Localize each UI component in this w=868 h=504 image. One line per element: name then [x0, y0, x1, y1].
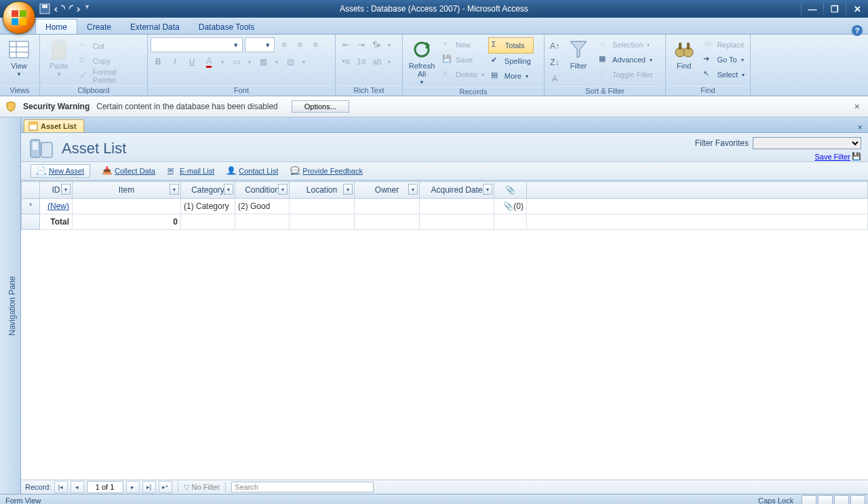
sort-desc-button[interactable]: Z↓ — [547, 55, 562, 70]
datasheet-view-button[interactable] — [818, 495, 833, 504]
more-button[interactable]: ▤More▾ — [488, 69, 534, 83]
alt-row-arrow[interactable]: ▾ — [300, 54, 308, 69]
new-record-button[interactable]: ✦New — [439, 37, 487, 52]
align-center-button[interactable]: ≡ — [292, 37, 307, 52]
toggle-filter-button[interactable]: ▽Toggle Filter — [596, 67, 656, 82]
col-category[interactable]: Category▾ — [181, 182, 235, 199]
format-painter-button[interactable]: 🖌Format Painter — [77, 69, 144, 83]
goto-button[interactable]: ➔Go To▾ — [701, 52, 747, 67]
find-button[interactable]: Find — [669, 37, 699, 71]
gridlines-button[interactable]: ▦ — [256, 54, 271, 69]
form-view-button[interactable] — [802, 495, 816, 504]
tab-database-tools[interactable]: Database Tools — [189, 20, 264, 34]
chevron-down-icon[interactable]: ▾ — [61, 184, 71, 195]
cell-category[interactable]: (1) Category — [181, 199, 235, 214]
selection-button[interactable]: ▭Selection▾ — [596, 37, 656, 52]
save-filter-link[interactable]: Save Filter — [814, 153, 850, 161]
row-selector[interactable]: * — [22, 199, 40, 214]
select-button[interactable]: ↖Select▾ — [701, 67, 747, 82]
design-view-button[interactable] — [850, 495, 865, 504]
align-left-button[interactable]: ≡ — [277, 37, 292, 52]
prev-record-button[interactable]: ◂ — [71, 481, 84, 493]
minimize-button[interactable]: — — [801, 3, 823, 15]
gridlines-arrow[interactable]: ▾ — [273, 54, 281, 69]
tab-create[interactable]: Create — [77, 20, 121, 34]
maximize-button[interactable]: ❐ — [823, 3, 846, 15]
sort-asc-button[interactable]: A↑ — [547, 39, 562, 54]
clear-sort-button[interactable]: A̶ — [547, 71, 562, 86]
col-id[interactable]: ID▾ — [40, 182, 73, 199]
refresh-all-button[interactable]: Refresh All ▼ — [406, 37, 438, 87]
chevron-down-icon[interactable]: ▾ — [408, 184, 418, 195]
fill-color-arrow[interactable]: ▾ — [245, 54, 254, 69]
search-input[interactable] — [231, 482, 374, 492]
new-record-nav-button[interactable]: ▸* — [159, 481, 172, 493]
copy-button[interactable]: ⧉Copy — [77, 54, 144, 69]
font-color-arrow[interactable]: ▾ — [218, 54, 226, 69]
col-location[interactable]: Location▾ — [290, 182, 355, 199]
delete-record-button[interactable]: ✕Delete▾ — [439, 67, 487, 82]
datasheet[interactable]: ID▾ Item▾ Category▾ Condition▾ Location▾… — [21, 180, 868, 480]
select-all-corner[interactable] — [22, 182, 40, 199]
navigation-pane[interactable]: » Navigation Pane — [0, 117, 21, 494]
col-owner[interactable]: Owner▾ — [355, 182, 420, 199]
cell-location[interactable] — [290, 199, 355, 214]
cell-item[interactable] — [73, 199, 181, 214]
last-record-button[interactable]: ▸| — [142, 481, 156, 493]
cut-button[interactable]: ✂Cut — [77, 39, 144, 54]
text-dir-arrow[interactable]: ▾ — [385, 37, 393, 52]
save-record-button[interactable]: 💾Save — [439, 52, 487, 67]
collect-data-link[interactable]: 📥Collect Data — [102, 166, 155, 176]
cell-owner[interactable] — [355, 199, 420, 214]
font-color-button[interactable]: A — [201, 54, 216, 69]
highlight-button[interactable]: ab — [370, 54, 384, 69]
save-icon[interactable] — [39, 3, 50, 14]
col-attachments[interactable]: 📎 — [494, 182, 527, 199]
cell-condition[interactable]: (2) Good — [235, 199, 290, 214]
cell-acquired[interactable] — [420, 199, 494, 214]
highlight-arrow[interactable]: ▾ — [385, 54, 393, 69]
underline-button[interactable]: U — [184, 54, 199, 69]
bold-button[interactable]: B — [151, 54, 165, 69]
col-item[interactable]: Item▾ — [73, 182, 181, 199]
bullets-button[interactable]: •≡ — [338, 54, 353, 69]
chevron-down-icon[interactable]: ▾ — [278, 184, 288, 195]
chevron-down-icon[interactable]: ▾ — [224, 184, 233, 195]
italic-button[interactable]: I — [167, 54, 182, 69]
alt-row-color-button[interactable]: ▤ — [283, 54, 298, 69]
new-id-link[interactable]: (New) — [47, 201, 69, 211]
ltr-button[interactable]: ¶▸ — [370, 37, 384, 52]
filter-favorites-select[interactable] — [753, 137, 861, 149]
new-asset-link[interactable]: 📄New Asset — [31, 164, 90, 178]
tab-home[interactable]: Home — [35, 19, 77, 34]
decrease-indent-button[interactable]: ⇤ — [338, 37, 353, 52]
options-button[interactable]: Options... — [292, 100, 349, 113]
paste-button[interactable]: Paste ▼ — [43, 37, 75, 79]
provide-feedback-link[interactable]: 💬Provide Feedback — [290, 166, 363, 176]
fill-color-button[interactable]: ▭ — [229, 54, 243, 69]
contact-list-link[interactable]: 👤Contact List — [226, 166, 278, 176]
tab-external-data[interactable]: External Data — [121, 20, 189, 34]
totals-button[interactable]: ΣTotals — [488, 37, 534, 54]
close-document-button[interactable]: × — [854, 122, 865, 132]
close-button[interactable]: ✕ — [846, 3, 868, 15]
object-tab-asset-list[interactable]: Asset List — [24, 119, 84, 132]
next-record-button[interactable]: ▸ — [126, 481, 140, 493]
help-button[interactable]: ? — [852, 25, 863, 36]
chevron-down-icon[interactable]: ▾ — [170, 184, 179, 195]
current-record-field[interactable] — [87, 481, 123, 493]
first-record-button[interactable]: |◂ — [54, 481, 68, 493]
view-button[interactable]: View ▼ — [3, 37, 35, 79]
layout-view-button[interactable] — [834, 495, 849, 504]
numbering-button[interactable]: 1≡ — [354, 54, 369, 69]
increase-indent-button[interactable]: ⇥ — [354, 37, 369, 52]
office-button[interactable] — [3, 1, 35, 34]
undo-icon[interactable] — [54, 3, 65, 14]
font-name-combo[interactable]: ▾ — [151, 37, 243, 52]
advanced-button[interactable]: ▦Advanced▾ — [596, 52, 656, 67]
font-size-combo[interactable]: ▾ — [245, 37, 275, 52]
chevron-down-icon[interactable]: ▾ — [343, 184, 353, 195]
col-condition[interactable]: Condition▾ — [235, 182, 290, 199]
messagebar-close-button[interactable]: × — [852, 101, 863, 112]
cell-attachments[interactable]: 📎(0) — [494, 199, 527, 214]
